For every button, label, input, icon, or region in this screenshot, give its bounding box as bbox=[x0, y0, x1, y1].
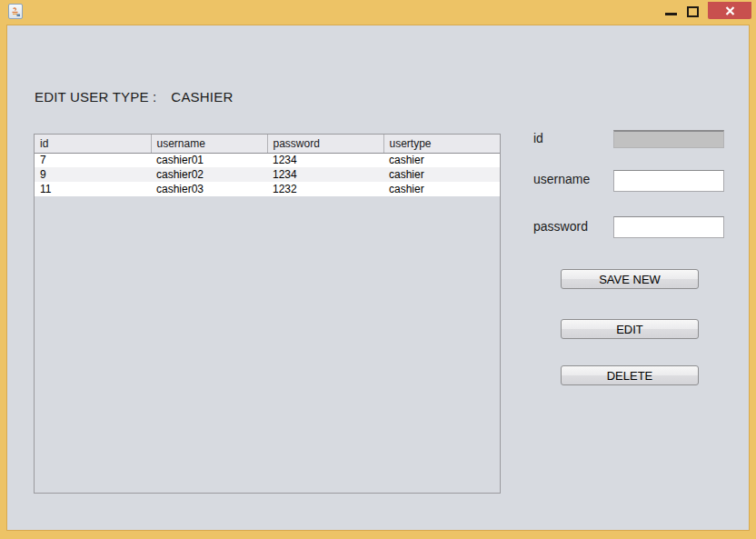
column-header-username[interactable]: username bbox=[151, 135, 267, 153]
id-field bbox=[613, 130, 724, 148]
usertype-value-label: CASHIER bbox=[171, 89, 233, 105]
titlebar[interactable] bbox=[0, 0, 756, 25]
close-icon bbox=[725, 6, 735, 15]
column-header-usertype[interactable]: usertype bbox=[383, 135, 500, 153]
page-title: EDIT USER TYPE :CASHIER bbox=[35, 89, 233, 105]
cell-usertype[interactable]: cashier bbox=[383, 167, 500, 182]
cell-username[interactable]: cashier01 bbox=[151, 153, 267, 167]
users-table-scrollpane: id username password usertype 7 cashier0… bbox=[34, 134, 501, 494]
column-header-id[interactable]: id bbox=[35, 135, 151, 153]
cell-username[interactable]: cashier03 bbox=[151, 182, 267, 196]
table-header-row: id username password usertype bbox=[35, 135, 500, 153]
maximize-button[interactable] bbox=[681, 0, 703, 22]
cell-username[interactable]: cashier02 bbox=[151, 167, 267, 182]
close-button[interactable] bbox=[708, 2, 751, 19]
cell-id[interactable]: 9 bbox=[35, 167, 151, 182]
app-window: EDIT USER TYPE :CASHIER id username pass… bbox=[0, 0, 756, 539]
minimize-button[interactable] bbox=[660, 0, 681, 22]
minimize-icon bbox=[665, 13, 677, 15]
username-label: username bbox=[533, 172, 590, 186]
password-field[interactable] bbox=[613, 216, 724, 238]
users-table: id username password usertype 7 cashier0… bbox=[35, 135, 500, 196]
cell-id[interactable]: 11 bbox=[35, 182, 151, 196]
id-label: id bbox=[533, 131, 543, 145]
delete-button[interactable]: DELETE bbox=[561, 365, 699, 385]
cell-usertype[interactable]: cashier bbox=[383, 182, 500, 196]
password-label: password bbox=[533, 219, 588, 234]
maximize-icon bbox=[687, 6, 699, 17]
content-panel: EDIT USER TYPE :CASHIER id username pass… bbox=[7, 25, 749, 530]
cell-password[interactable]: 1234 bbox=[267, 153, 383, 167]
table-row[interactable]: 9 cashier02 1234 cashier bbox=[35, 167, 500, 182]
cell-password[interactable]: 1234 bbox=[267, 167, 383, 182]
table-row[interactable]: 11 cashier03 1232 cashier bbox=[35, 182, 500, 196]
edit-user-type-label: EDIT USER TYPE : bbox=[35, 89, 156, 105]
username-field[interactable] bbox=[613, 170, 724, 192]
java-coffee-cup-icon bbox=[8, 4, 23, 19]
save-new-button[interactable]: SAVE NEW bbox=[561, 269, 699, 289]
column-header-password[interactable]: password bbox=[267, 135, 383, 153]
cell-usertype[interactable]: cashier bbox=[383, 153, 500, 167]
table-row[interactable]: 7 cashier01 1234 cashier bbox=[35, 153, 500, 167]
cell-id[interactable]: 7 bbox=[35, 153, 151, 167]
edit-button[interactable]: EDIT bbox=[561, 319, 699, 339]
cell-password[interactable]: 1232 bbox=[267, 182, 383, 196]
